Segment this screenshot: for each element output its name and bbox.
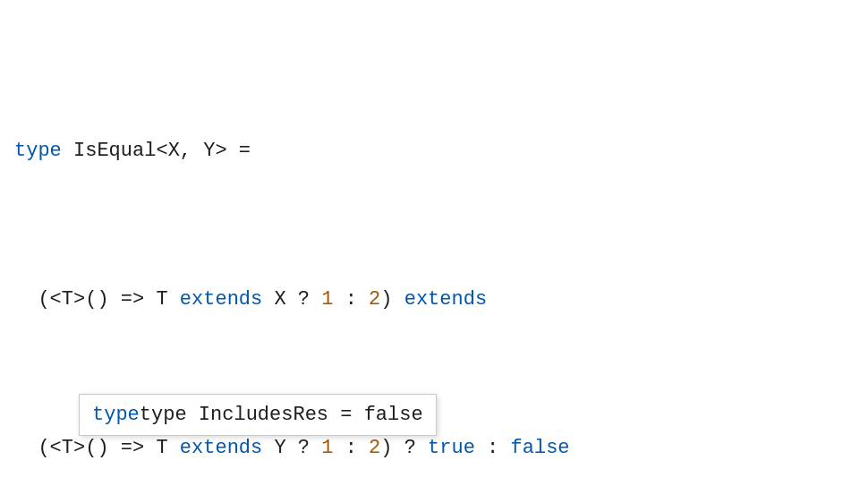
code-line-1: type IsEqual<X, Y> = [14,136,854,166]
tooltip-text: type IncludesRes = false [140,404,423,426]
code-editor: type IsEqual<X, Y> = (<T>() => T extends… [0,0,868,503]
tooltip-popup: typetype IncludesRes = false [79,394,437,436]
code-line-3: (<T>() => T extends Y ? 1 : 2) ? true : … [14,433,854,464]
code-line-2: (<T>() => T extends X ? 1 : 2) extends [14,285,854,315]
